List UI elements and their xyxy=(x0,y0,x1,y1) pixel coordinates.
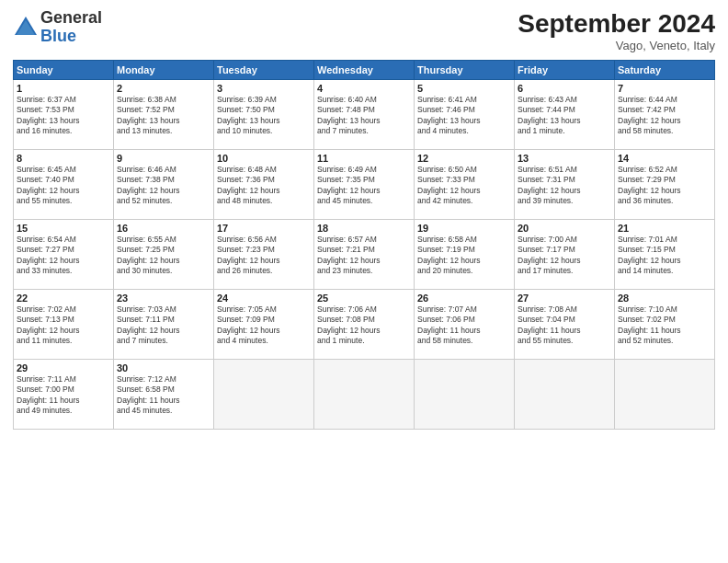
day-number: 14 xyxy=(618,153,711,164)
day-number: 29 xyxy=(17,362,110,373)
cell-details: Sunrise: 6:40 AMSunset: 7:48 PMDaylight:… xyxy=(317,95,411,137)
weekday-header: Thursday xyxy=(415,61,515,80)
weekday-header: Wednesday xyxy=(314,61,415,80)
day-number: 30 xyxy=(117,362,210,373)
cell-details: Sunrise: 7:06 AMSunset: 7:08 PMDaylight:… xyxy=(317,304,411,347)
day-number: 24 xyxy=(217,293,311,304)
day-number: 1 xyxy=(17,83,110,94)
cell-details: Sunrise: 7:05 AMSunset: 7:09 PMDaylight:… xyxy=(217,304,311,347)
calendar-cell: 19Sunrise: 6:58 AMSunset: 7:19 PMDayligh… xyxy=(415,220,515,290)
calendar-cell: 29Sunrise: 7:11 AMSunset: 7:00 PMDayligh… xyxy=(14,360,114,430)
cell-details: Sunrise: 7:00 AMSunset: 7:17 PMDaylight:… xyxy=(518,235,611,277)
cell-details: Sunrise: 7:07 AMSunset: 7:06 PMDaylight:… xyxy=(417,304,511,347)
calendar-cell: 23Sunrise: 7:03 AMSunset: 7:11 PMDayligh… xyxy=(114,290,214,360)
calendar-cell: 24Sunrise: 7:05 AMSunset: 7:09 PMDayligh… xyxy=(214,290,314,360)
calendar-cell xyxy=(615,360,715,430)
cell-details: Sunrise: 7:01 AMSunset: 7:15 PMDaylight:… xyxy=(618,235,711,277)
calendar-week-row: 15Sunrise: 6:54 AMSunset: 7:27 PMDayligh… xyxy=(14,220,715,290)
cell-details: Sunrise: 6:58 AMSunset: 7:19 PMDaylight:… xyxy=(417,235,511,277)
logo-blue: Blue xyxy=(40,28,102,46)
title-block: September 2024 Vago, Veneto, Italy xyxy=(518,9,715,52)
day-number: 26 xyxy=(417,293,511,304)
day-number: 18 xyxy=(317,223,411,234)
calendar-cell: 8Sunrise: 6:45 AMSunset: 7:40 PMDaylight… xyxy=(14,150,114,220)
cell-details: Sunrise: 6:51 AMSunset: 7:31 PMDaylight:… xyxy=(518,165,611,207)
day-number: 16 xyxy=(117,223,210,234)
weekday-header: Saturday xyxy=(615,61,715,80)
calendar-cell: 12Sunrise: 6:50 AMSunset: 7:33 PMDayligh… xyxy=(415,150,515,220)
day-number: 20 xyxy=(518,223,611,234)
day-number: 2 xyxy=(117,83,210,94)
cell-details: Sunrise: 7:03 AMSunset: 7:11 PMDaylight:… xyxy=(117,304,210,347)
calendar-cell xyxy=(415,360,515,430)
calendar-cell xyxy=(214,360,314,430)
calendar-cell: 18Sunrise: 6:57 AMSunset: 7:21 PMDayligh… xyxy=(314,220,415,290)
month-title: September 2024 xyxy=(518,9,715,39)
day-number: 8 xyxy=(17,153,110,164)
cell-details: Sunrise: 6:52 AMSunset: 7:29 PMDaylight:… xyxy=(618,165,711,207)
calendar-cell xyxy=(515,360,615,430)
calendar-cell: 6Sunrise: 6:43 AMSunset: 7:44 PMDaylight… xyxy=(515,80,615,150)
location: Vago, Veneto, Italy xyxy=(518,39,715,52)
cell-details: Sunrise: 6:55 AMSunset: 7:25 PMDaylight:… xyxy=(117,235,210,277)
calendar-cell: 14Sunrise: 6:52 AMSunset: 7:29 PMDayligh… xyxy=(615,150,715,220)
day-number: 11 xyxy=(317,153,411,164)
calendar-cell: 10Sunrise: 6:48 AMSunset: 7:36 PMDayligh… xyxy=(214,150,314,220)
day-number: 27 xyxy=(518,293,611,304)
calendar-week-row: 22Sunrise: 7:02 AMSunset: 7:13 PMDayligh… xyxy=(14,290,715,360)
day-number: 15 xyxy=(17,223,110,234)
weekday-header-row: SundayMondayTuesdayWednesdayThursdayFrid… xyxy=(14,61,715,80)
calendar-cell: 28Sunrise: 7:10 AMSunset: 7:02 PMDayligh… xyxy=(615,290,715,360)
calendar-cell: 20Sunrise: 7:00 AMSunset: 7:17 PMDayligh… xyxy=(515,220,615,290)
calendar-week-row: 29Sunrise: 7:11 AMSunset: 7:00 PMDayligh… xyxy=(14,360,715,430)
cell-details: Sunrise: 6:41 AMSunset: 7:46 PMDaylight:… xyxy=(417,95,511,137)
weekday-header: Monday xyxy=(114,61,214,80)
logo-text: General Blue xyxy=(40,9,102,46)
logo-icon xyxy=(13,15,39,40)
day-number: 19 xyxy=(417,223,511,234)
day-number: 3 xyxy=(217,83,311,94)
cell-details: Sunrise: 6:37 AMSunset: 7:53 PMDaylight:… xyxy=(17,95,110,137)
calendar-week-row: 8Sunrise: 6:45 AMSunset: 7:40 PMDaylight… xyxy=(14,150,715,220)
main-container: General Blue September 2024 Vago, Veneto… xyxy=(0,0,728,437)
calendar-cell: 30Sunrise: 7:12 AMSunset: 6:58 PMDayligh… xyxy=(114,360,214,430)
day-number: 4 xyxy=(317,83,411,94)
day-number: 5 xyxy=(417,83,511,94)
calendar-cell: 16Sunrise: 6:55 AMSunset: 7:25 PMDayligh… xyxy=(114,220,214,290)
day-number: 28 xyxy=(618,293,711,304)
cell-details: Sunrise: 6:49 AMSunset: 7:35 PMDaylight:… xyxy=(317,165,411,207)
calendar-cell: 26Sunrise: 7:07 AMSunset: 7:06 PMDayligh… xyxy=(415,290,515,360)
logo-general: General xyxy=(40,9,102,28)
day-number: 23 xyxy=(117,293,210,304)
cell-details: Sunrise: 6:44 AMSunset: 7:42 PMDaylight:… xyxy=(618,95,711,137)
calendar-cell xyxy=(314,360,415,430)
calendar-cell: 7Sunrise: 6:44 AMSunset: 7:42 PMDaylight… xyxy=(615,80,715,150)
calendar-cell: 21Sunrise: 7:01 AMSunset: 7:15 PMDayligh… xyxy=(615,220,715,290)
day-number: 17 xyxy=(217,223,311,234)
cell-details: Sunrise: 6:54 AMSunset: 7:27 PMDaylight:… xyxy=(17,235,110,277)
day-number: 7 xyxy=(618,83,711,94)
cell-details: Sunrise: 7:12 AMSunset: 6:58 PMDaylight:… xyxy=(117,374,210,417)
cell-details: Sunrise: 7:08 AMSunset: 7:04 PMDaylight:… xyxy=(518,304,611,347)
day-number: 12 xyxy=(417,153,511,164)
calendar-cell: 4Sunrise: 6:40 AMSunset: 7:48 PMDaylight… xyxy=(314,80,415,150)
cell-details: Sunrise: 6:39 AMSunset: 7:50 PMDaylight:… xyxy=(217,95,311,137)
calendar-cell: 22Sunrise: 7:02 AMSunset: 7:13 PMDayligh… xyxy=(14,290,114,360)
day-number: 10 xyxy=(217,153,311,164)
day-number: 22 xyxy=(17,293,110,304)
cell-details: Sunrise: 6:45 AMSunset: 7:40 PMDaylight:… xyxy=(17,165,110,207)
cell-details: Sunrise: 7:10 AMSunset: 7:02 PMDaylight:… xyxy=(618,304,711,347)
calendar-week-row: 1Sunrise: 6:37 AMSunset: 7:53 PMDaylight… xyxy=(14,80,715,150)
calendar-cell: 5Sunrise: 6:41 AMSunset: 7:46 PMDaylight… xyxy=(415,80,515,150)
calendar-cell: 25Sunrise: 7:06 AMSunset: 7:08 PMDayligh… xyxy=(314,290,415,360)
calendar-table: SundayMondayTuesdayWednesdayThursdayFrid… xyxy=(13,60,715,430)
calendar-cell: 13Sunrise: 6:51 AMSunset: 7:31 PMDayligh… xyxy=(515,150,615,220)
weekday-header: Tuesday xyxy=(214,61,314,80)
calendar-cell: 1Sunrise: 6:37 AMSunset: 7:53 PMDaylight… xyxy=(14,80,114,150)
cell-details: Sunrise: 6:48 AMSunset: 7:36 PMDaylight:… xyxy=(217,165,311,207)
calendar-cell: 15Sunrise: 6:54 AMSunset: 7:27 PMDayligh… xyxy=(14,220,114,290)
header: General Blue September 2024 Vago, Veneto… xyxy=(13,9,715,52)
cell-details: Sunrise: 6:56 AMSunset: 7:23 PMDaylight:… xyxy=(217,235,311,277)
weekday-header: Sunday xyxy=(14,61,114,80)
day-number: 6 xyxy=(518,83,611,94)
